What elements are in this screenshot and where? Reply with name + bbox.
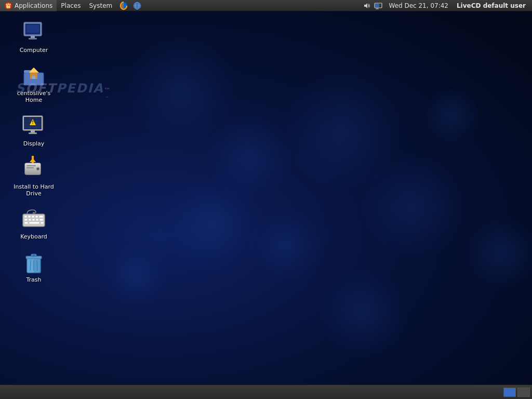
applications-label: Applications <box>15 2 52 9</box>
desktop-icon-computer[interactable]: Computer <box>10 17 57 57</box>
applications-icon <box>4 2 12 10</box>
svg-rect-23 <box>29 38 37 39</box>
home-icon <box>21 63 46 88</box>
desktop-icon-home[interactable]: centoslive's Home <box>10 60 57 107</box>
desktop: SOFTPEDIA™ ™ <box>0 11 532 384</box>
computer-label: Computer <box>20 47 48 54</box>
firefox-launcher[interactable] <box>116 0 131 11</box>
trash-icon <box>21 249 46 274</box>
top-panel: Applications Places System <box>0 0 532 11</box>
svg-marker-12 <box>364 3 367 8</box>
desktop-icon-install[interactable]: Install to Hard Drive <box>10 153 57 200</box>
svg-rect-51 <box>24 216 27 218</box>
svg-rect-58 <box>32 219 35 221</box>
menu-places[interactable]: Places <box>57 0 85 11</box>
desktop-icon-trash[interactable]: Trash <box>10 246 57 286</box>
network-status-svg <box>374 2 382 9</box>
panel-left: Applications Places System <box>0 0 363 11</box>
svg-text:!: ! <box>32 121 34 125</box>
svg-rect-54 <box>35 216 38 218</box>
bokeh-5 <box>249 209 322 282</box>
svg-rect-72 <box>32 255 35 256</box>
places-label: Places <box>61 2 81 9</box>
svg-rect-61 <box>24 222 28 224</box>
network-icon <box>133 2 141 10</box>
bokeh-6 <box>364 157 462 256</box>
network-status-icon[interactable] <box>374 2 382 10</box>
svg-rect-21 <box>26 25 39 33</box>
workspace-1[interactable] <box>503 388 516 397</box>
username-display: LiveCD default user <box>455 2 528 9</box>
bokeh-9 <box>426 89 478 141</box>
svg-rect-59 <box>36 219 38 221</box>
bottom-panel <box>0 384 532 399</box>
svg-rect-47 <box>26 167 34 168</box>
install-icon <box>21 156 46 181</box>
svg-rect-29 <box>32 76 35 79</box>
display-icon: ! <box>21 113 46 138</box>
svg-rect-14 <box>375 4 379 7</box>
svg-rect-60 <box>39 219 43 221</box>
svg-rect-56 <box>24 219 28 221</box>
speaker-icon <box>363 2 370 9</box>
svg-rect-41 <box>29 132 37 134</box>
svg-point-45 <box>37 168 39 169</box>
keyboard-icon <box>21 206 46 231</box>
system-label: System <box>89 2 112 9</box>
panel-right: Wed Dec 21, 07:42 LiveCD default user <box>363 2 532 10</box>
menu-applications[interactable]: Applications <box>0 0 57 11</box>
bokeh-7 <box>104 245 166 308</box>
keyboard-label: Keyboard <box>20 233 47 240</box>
workspace-2[interactable] <box>517 388 530 397</box>
svg-rect-52 <box>28 216 31 218</box>
computer-icon <box>21 20 46 45</box>
menu-system[interactable]: System <box>85 0 116 11</box>
svg-point-2 <box>8 3 9 5</box>
svg-point-64 <box>33 212 35 214</box>
svg-rect-55 <box>39 216 43 218</box>
svg-rect-49 <box>32 156 34 163</box>
browser-launcher[interactable] <box>131 0 143 11</box>
volume-icon[interactable] <box>363 2 371 10</box>
firefox-icon <box>119 2 128 10</box>
svg-rect-40 <box>31 130 35 132</box>
svg-rect-57 <box>29 219 31 221</box>
svg-rect-62 <box>29 222 39 224</box>
bokeh-10 <box>468 219 532 287</box>
datetime-display[interactable]: Wed Dec 21, 07:42 <box>385 2 451 9</box>
svg-rect-22 <box>31 36 35 38</box>
svg-rect-46 <box>26 165 36 166</box>
desktop-icon-display[interactable]: ! Display <box>10 110 57 150</box>
svg-rect-63 <box>41 222 44 224</box>
bokeh-1 <box>130 37 234 141</box>
display-label: Display <box>23 140 45 147</box>
svg-rect-53 <box>32 216 34 218</box>
home-label: centoslive's Home <box>12 90 55 103</box>
install-label: Install to Hard Drive <box>12 183 55 197</box>
desktop-icon-keyboard[interactable]: Keyboard <box>10 203 57 243</box>
bokeh-8 <box>322 271 405 354</box>
bokeh-4 <box>166 178 260 271</box>
trash-label: Trash <box>26 276 41 283</box>
desktop-icons: Computer centoslive's Home <box>0 11 57 384</box>
